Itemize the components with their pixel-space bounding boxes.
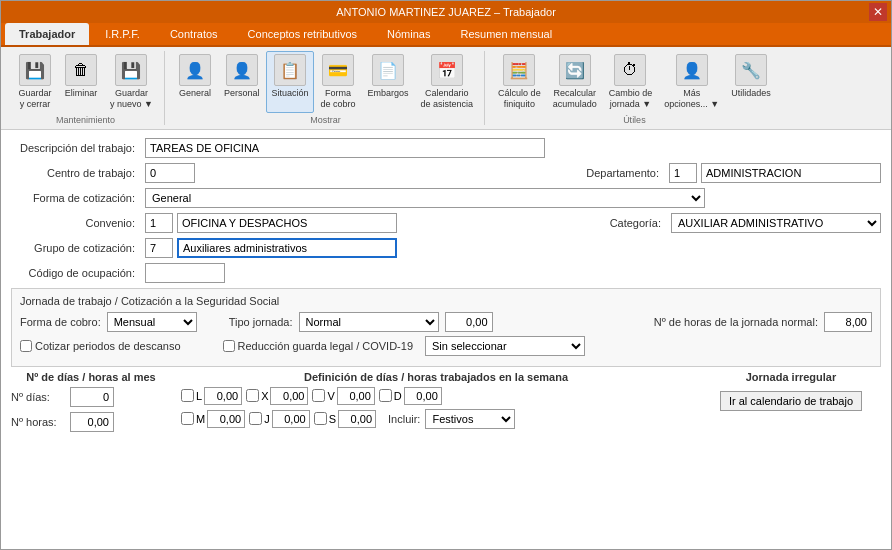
recalcular-icon: 🔄 xyxy=(559,54,591,86)
day-j-input[interactable] xyxy=(272,410,310,428)
codigo-row: Código de ocupación: xyxy=(11,263,881,283)
toolbar-group-mantenimiento: 💾 Guardary cerrar 🗑 Eliminar 💾 Guardary … xyxy=(7,51,165,125)
eliminar-button[interactable]: 🗑 Eliminar xyxy=(59,51,103,113)
grupo-name-input[interactable] xyxy=(177,238,397,258)
tipo-jornada-select[interactable]: Normal xyxy=(299,312,439,332)
num-dias-label: Nº días: xyxy=(11,391,66,403)
day-d: D xyxy=(379,387,442,405)
jornada-irregular-title: Jornada irregular xyxy=(701,371,881,383)
horas-jornada-input[interactable] xyxy=(824,312,872,332)
day-d-input[interactable] xyxy=(404,387,442,405)
personal-button[interactable]: 👤 Personal xyxy=(219,51,265,113)
departamento-num-input[interactable] xyxy=(669,163,697,183)
day-d-check[interactable] xyxy=(379,389,392,402)
close-button[interactable]: ✕ xyxy=(869,3,887,21)
reduccion-select[interactable]: Sin seleccionar xyxy=(425,336,585,356)
cotizar-checkbox[interactable] xyxy=(20,340,32,352)
cotizar-checkbox-label[interactable]: Cotizar periodos de descanso xyxy=(20,340,181,352)
forma-cobro-button[interactable]: 💳 Formade cobro xyxy=(316,51,361,113)
mas-opciones-button[interactable]: 👤 Másopciones... ▼ xyxy=(659,51,724,113)
day-s-input[interactable] xyxy=(338,410,376,428)
centro-label: Centro de trabajo: xyxy=(11,167,141,179)
grupo-label: Grupo de cotización: xyxy=(11,242,141,254)
guardar-nuevo-button[interactable]: 💾 Guardary nuevo ▼ xyxy=(105,51,158,113)
incluir-label: Incluir: xyxy=(388,413,420,425)
content-area: Descripción del trabajo: Centro de traba… xyxy=(1,130,891,550)
categoria-label: Categoría: xyxy=(587,217,667,229)
horas-input[interactable] xyxy=(445,312,493,332)
guardar-cerrar-button[interactable]: 💾 Guardary cerrar xyxy=(13,51,57,113)
semana-row1: L X V D xyxy=(181,387,691,405)
num-dias-input[interactable] xyxy=(70,387,114,407)
eliminar-icon: 🗑 xyxy=(65,54,97,86)
day-j: J xyxy=(249,410,310,428)
guardar-nuevo-icon: 💾 xyxy=(115,54,147,86)
reduccion-checkbox-label[interactable]: Reducción guarda legal / COVID-19 xyxy=(223,340,413,352)
toolbar: 💾 Guardary cerrar 🗑 Eliminar 💾 Guardary … xyxy=(1,47,891,130)
general-icon: 👤 xyxy=(179,54,211,86)
jornada-section: Jornada de trabajo / Cotización a la Seg… xyxy=(11,288,881,367)
incluir-select[interactable]: Festivos xyxy=(425,409,515,429)
jornada-row1: Forma de cobro: Mensual Tipo jornada: No… xyxy=(20,312,872,332)
calculo-finiquito-button[interactable]: 🧮 Cálculo definiquito xyxy=(493,51,546,113)
convenio-categoria-row: Convenio: Categoría: AUXILIAR ADMINISTRA… xyxy=(11,213,881,233)
dias-horas-col: Nº de días / horas al mes Nº días: Nº ho… xyxy=(11,371,171,437)
guardar-cerrar-icon: 💾 xyxy=(19,54,51,86)
forma-cotizacion-label: Forma de cotización: xyxy=(11,192,141,204)
reduccion-label-text: Reducción guarda legal / COVID-19 xyxy=(238,340,413,352)
tab-conceptos[interactable]: Conceptos retributivos xyxy=(234,23,371,45)
forma-cobro-jornada-select[interactable]: Mensual xyxy=(107,312,197,332)
tipo-jornada-label: Tipo jornada: xyxy=(229,316,293,328)
cambio-jornada-button[interactable]: ⏱ Cambio dejornada ▼ xyxy=(604,51,658,113)
departamento-name-input[interactable] xyxy=(701,163,881,183)
day-l-input[interactable] xyxy=(204,387,242,405)
tab-irpf[interactable]: I.R.P.F. xyxy=(91,23,154,45)
incluir-cell: Incluir: Festivos xyxy=(388,409,515,429)
day-s-check[interactable] xyxy=(314,412,327,425)
descripcion-row: Descripción del trabajo: xyxy=(11,138,881,158)
mantenimiento-label: Mantenimiento xyxy=(56,115,115,125)
centro-departamento-row: Centro de trabajo: Departamento: xyxy=(11,163,881,183)
day-x-input[interactable] xyxy=(270,387,308,405)
day-m-check[interactable] xyxy=(181,412,194,425)
ir-calendario-button[interactable]: Ir al calendario de trabajo xyxy=(720,391,862,411)
calendario-button[interactable]: 📅 Calendariode asistencia xyxy=(416,51,479,113)
situacion-button[interactable]: 📋 Situación xyxy=(266,51,313,113)
grupo-num-input[interactable] xyxy=(145,238,173,258)
ir-button-container: Ir al calendario de trabajo xyxy=(701,391,881,411)
utiles-buttons: 🧮 Cálculo definiquito 🔄 Recalcularacumul… xyxy=(493,51,776,113)
day-x-check[interactable] xyxy=(246,389,259,402)
forma-cotizacion-row: Forma de cotización: General xyxy=(11,188,881,208)
tab-contratos[interactable]: Contratos xyxy=(156,23,232,45)
forma-cotizacion-select[interactable]: General xyxy=(145,188,705,208)
codigo-input[interactable] xyxy=(145,263,225,283)
horas-jornada-label: Nº de horas de la jornada normal: xyxy=(654,316,818,328)
tab-resumen[interactable]: Resumen mensual xyxy=(446,23,566,45)
convenio-num-input[interactable] xyxy=(145,213,173,233)
categoria-select[interactable]: AUXILIAR ADMINISTRATIVO xyxy=(671,213,881,233)
recalcular-button[interactable]: 🔄 Recalcularacumulado xyxy=(548,51,602,113)
convenio-name-input[interactable] xyxy=(177,213,397,233)
general-button[interactable]: 👤 General xyxy=(173,51,217,113)
tab-nominas[interactable]: Nóminas xyxy=(373,23,444,45)
day-m-input[interactable] xyxy=(207,410,245,428)
descripcion-input[interactable] xyxy=(145,138,545,158)
mas-opciones-icon: 👤 xyxy=(676,54,708,86)
embargos-icon: 📄 xyxy=(372,54,404,86)
mantenimiento-buttons: 💾 Guardary cerrar 🗑 Eliminar 💾 Guardary … xyxy=(13,51,158,113)
window-title: ANTONIO MARTINEZ JUAREZ – Trabajador xyxy=(336,6,556,18)
embargos-button[interactable]: 📄 Embargos xyxy=(363,51,414,113)
utilidades-button[interactable]: 🔧 Utilidades xyxy=(726,51,776,113)
num-horas-input[interactable] xyxy=(70,412,114,432)
title-bar: ANTONIO MARTINEZ JUAREZ – Trabajador ✕ xyxy=(1,1,891,23)
centro-input[interactable] xyxy=(145,163,195,183)
day-x: X xyxy=(246,387,308,405)
tab-trabajador[interactable]: Trabajador xyxy=(5,23,89,45)
day-j-check[interactable] xyxy=(249,412,262,425)
situacion-icon: 📋 xyxy=(274,54,306,86)
day-v-check[interactable] xyxy=(312,389,325,402)
utiles-label: Útiles xyxy=(623,115,646,125)
day-v-input[interactable] xyxy=(337,387,375,405)
day-l-check[interactable] xyxy=(181,389,194,402)
reduccion-checkbox[interactable] xyxy=(223,340,235,352)
